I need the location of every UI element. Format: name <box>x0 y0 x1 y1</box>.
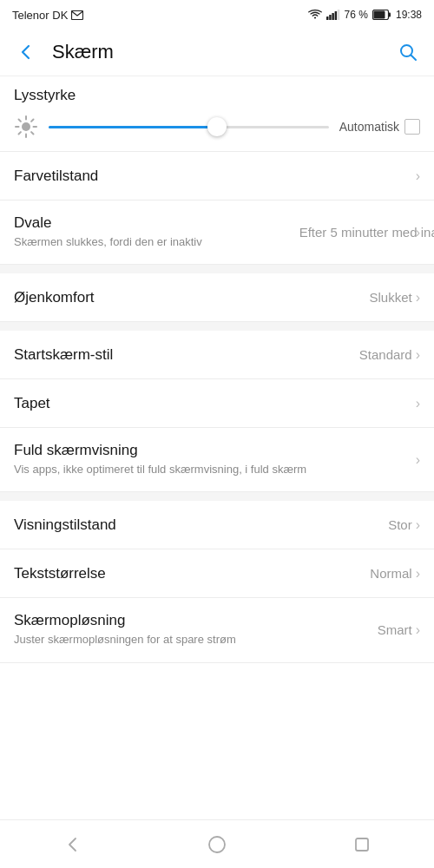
brightness-section: Lysstyrke <box>0 76 434 152</box>
setting-row-visningstilstand[interactable]: Visningstilstand Stor › <box>0 501 434 549</box>
setting-left: Tekststørrelse <box>14 565 363 582</box>
setting-title: Startskærm-stil <box>14 346 352 364</box>
recents-nav-button[interactable] <box>340 827 384 862</box>
setting-row-startskarm[interactable]: Startskærm-stil Standard › <box>0 331 434 379</box>
setting-value: Efter 5 minutter med inaktivitet <box>299 224 412 241</box>
setting-left: Dvale Skærmen slukkes, fordi den er inak… <box>14 214 293 250</box>
setting-title: Visningstilstand <box>14 516 381 534</box>
setting-row-skarmoploesning[interactable]: Skærmopløsning Juster skærmopløsningen f… <box>0 598 434 662</box>
back-button[interactable] <box>10 36 42 68</box>
svg-line-18 <box>31 120 33 122</box>
svg-rect-7 <box>388 13 391 17</box>
setting-right: Standard › <box>359 347 420 363</box>
svg-rect-3 <box>332 13 334 20</box>
svg-rect-8 <box>373 11 385 19</box>
setting-right: › <box>416 168 420 184</box>
section-gap-1 <box>0 265 434 273</box>
svg-line-10 <box>411 55 417 60</box>
setting-right: Stor › <box>388 517 420 533</box>
slider-track <box>49 126 329 128</box>
setting-right: Slukket › <box>369 290 420 306</box>
battery-icon <box>372 10 391 20</box>
chevron-icon: › <box>416 517 420 533</box>
svg-point-11 <box>22 122 30 131</box>
setting-value: Normal <box>370 566 411 581</box>
setting-title: Farvetilstand <box>14 168 409 185</box>
home-nav-button[interactable] <box>195 827 239 862</box>
top-bar: Skærm <box>0 28 434 76</box>
time-text: 19:38 <box>396 9 422 21</box>
setting-right: Normal › <box>370 566 420 582</box>
page-title: Skærm <box>52 41 392 63</box>
setting-left: Fuld skærmvisning Vis apps, ikke optimer… <box>14 442 409 477</box>
setting-left: Øjenkomfort <box>14 289 362 306</box>
setting-subtitle: Skærmen slukkes, fordi den er inaktiv <box>14 234 293 250</box>
setting-row-tapet[interactable]: Tapet › <box>0 379 434 428</box>
svg-rect-5 <box>337 10 339 20</box>
back-nav-button[interactable] <box>50 827 94 862</box>
brightness-label: Lysstyrke <box>14 87 420 104</box>
setting-subtitle: Vis apps, ikke optimeret til fuld skærmv… <box>14 462 409 477</box>
back-icon <box>16 43 36 62</box>
chevron-icon: › <box>416 622 420 638</box>
svg-line-17 <box>31 132 33 134</box>
auto-label: Automatisk <box>339 120 399 134</box>
setting-value: Smart <box>378 622 412 637</box>
setting-left: Skærmopløsning Juster skærmopløsningen f… <box>14 612 371 648</box>
svg-rect-4 <box>334 11 337 20</box>
section-gap-3 <box>0 492 434 501</box>
setting-value: Standard <box>359 347 412 362</box>
section-gap-2 <box>0 322 434 331</box>
system-icons: 76 % 19:38 <box>308 9 422 21</box>
settings-content: Lysstyrke <box>0 76 434 819</box>
svg-rect-2 <box>329 15 332 20</box>
setting-left: Visningstilstand <box>14 516 381 534</box>
slider-thumb[interactable] <box>207 117 227 136</box>
setting-title: Tekststørrelse <box>14 565 363 582</box>
setting-row-dvale[interactable]: Dvale Skærmen slukkes, fordi den er inak… <box>0 201 434 265</box>
mail-icon <box>71 10 83 20</box>
search-button[interactable] <box>392 36 424 68</box>
chevron-icon: › <box>416 347 420 363</box>
slider-fill <box>49 126 217 128</box>
chevron-icon: › <box>416 168 420 184</box>
svg-rect-1 <box>326 16 329 20</box>
setting-left: Startskærm-stil <box>14 346 352 364</box>
auto-checkbox[interactable] <box>404 119 420 135</box>
status-bar: Telenor DK 76 % 19:38 <box>0 0 434 28</box>
svg-line-16 <box>19 120 21 122</box>
setting-left: Farvetilstand <box>14 168 409 185</box>
setting-value: Slukket <box>369 290 411 305</box>
setting-right: › <box>416 452 420 468</box>
chevron-icon: › <box>416 396 420 411</box>
setting-right: Efter 5 minutter med inaktivitet › <box>299 224 420 241</box>
svg-rect-21 <box>356 838 368 851</box>
setting-row-ojenkomfort[interactable]: Øjenkomfort Slukket › <box>0 273 434 322</box>
setting-row-fuld[interactable]: Fuld skærmvisning Vis apps, ikke optimer… <box>0 428 434 492</box>
svg-point-20 <box>209 837 225 852</box>
chevron-icon: › <box>416 290 420 306</box>
brightness-slider[interactable] <box>49 118 329 135</box>
svg-line-19 <box>19 132 21 134</box>
setting-value: Stor <box>388 517 412 532</box>
setting-title: Tapet <box>14 395 409 412</box>
wifi-icon <box>308 10 322 20</box>
search-icon <box>398 42 418 62</box>
setting-title: Skærmopløsning <box>14 612 371 629</box>
carrier-info: Telenor DK <box>12 9 83 22</box>
setting-row-farvetilstand[interactable]: Farvetilstand › <box>0 152 434 201</box>
setting-subtitle: Juster skærmopløsningen for at spare str… <box>14 632 371 648</box>
chevron-icon: › <box>416 452 420 468</box>
recents-nav-icon <box>352 835 372 854</box>
chevron-icon: › <box>416 225 420 240</box>
setting-row-tekststorrelse[interactable]: Tekststørrelse Normal › <box>0 549 434 598</box>
setting-title: Dvale <box>14 214 293 232</box>
brightness-row: Automatisk <box>14 115 420 139</box>
back-nav-icon <box>62 835 82 854</box>
setting-title: Øjenkomfort <box>14 289 362 306</box>
setting-right: › <box>416 396 420 411</box>
sun-icon <box>14 115 38 139</box>
chevron-icon: › <box>416 566 420 582</box>
carrier-text: Telenor DK <box>12 9 68 22</box>
auto-brightness-row: Automatisk <box>339 119 420 135</box>
